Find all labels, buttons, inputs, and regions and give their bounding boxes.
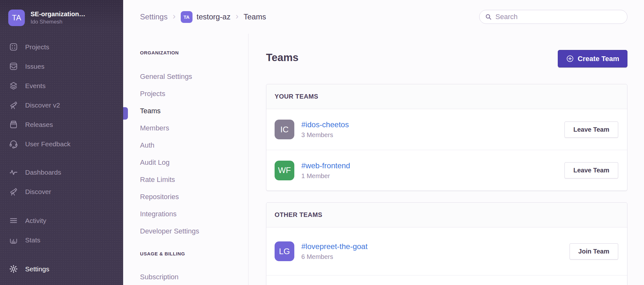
create-team-label: Create Team: [578, 55, 619, 63]
settings-nav-item-subscription[interactable]: Subscription: [140, 268, 248, 285]
sidebar-item-settings[interactable]: Settings: [0, 259, 123, 279]
sidebar-group-divider: [0, 201, 123, 211]
active-nav-indicator: [123, 107, 128, 120]
settings-nav-item-developer-settings[interactable]: Developer Settings: [140, 223, 248, 240]
settings-nav-item-auth[interactable]: Auth: [140, 137, 248, 154]
your-teams-panel: YOUR TEAMS IC #idos-cheetos 3 Members Le…: [266, 84, 627, 191]
search-icon: [485, 13, 492, 21]
settings-nav-heading-usage-billing: USAGE & BILLING: [140, 250, 248, 257]
events-icon: [9, 81, 18, 91]
content-area: Settings › TA testorg-az › Teams ORGANIZ…: [123, 0, 644, 285]
plus-circle-icon: [566, 55, 574, 63]
org-user-name: Ido Shemesh: [31, 19, 85, 25]
telescope-icon: [9, 187, 18, 197]
org-badge: TA: [181, 11, 192, 23]
settings-nav-item-general-settings[interactable]: General Settings: [140, 68, 248, 85]
settings-nav-item-integrations[interactable]: Integrations: [140, 205, 248, 223]
breadcrumb-settings-link[interactable]: Settings: [140, 12, 168, 21]
team-name-link[interactable]: #web-frontend: [301, 161, 564, 170]
headset-icon: [9, 139, 18, 149]
settings-nav-list: General Settings Projects Teams Members …: [140, 68, 248, 240]
team-info: #web-frontend 1 Member: [301, 161, 564, 180]
settings-nav-item-projects[interactable]: Projects: [140, 85, 248, 102]
settings-nav-item-audit-log[interactable]: Audit Log: [140, 154, 248, 171]
team-name-link[interactable]: #idos-cheetos: [301, 120, 564, 129]
search-box[interactable]: [479, 10, 627, 24]
breadcrumb-org-label: testorg-az: [197, 12, 231, 21]
other-teams-panel: OTHER TEAMS LG #lovepreet-the-goat 6 Mem…: [266, 202, 627, 285]
leave-team-button[interactable]: Leave Team: [564, 162, 618, 178]
settings-nav-item-members[interactable]: Members: [140, 120, 248, 137]
sidebar-item-dashboards[interactable]: Dashboards: [0, 163, 123, 182]
team-info: #lovepreet-the-goat 6 Members: [301, 242, 570, 261]
issues-icon: [9, 62, 18, 71]
sidebar-item-events[interactable]: Events: [0, 76, 123, 95]
create-team-button[interactable]: Create Team: [558, 50, 627, 67]
team-row: LG #lovepreet-the-goat 6 Members Join Te…: [266, 227, 627, 275]
sidebar-group-divider: [0, 154, 123, 163]
team-row: WF #web-frontend 1 Member Leave Team: [266, 150, 627, 191]
sidebar-item-label: User Feedback: [25, 140, 70, 148]
sidebar-item-label: Discover v2: [25, 101, 60, 109]
join-team-button[interactable]: Join Team: [570, 243, 618, 260]
team-info: #idos-cheetos 3 Members: [301, 120, 564, 139]
sidebar-item-releases[interactable]: Releases: [0, 115, 123, 134]
list-icon: [9, 216, 18, 226]
top-header: Settings › TA testorg-az › Teams: [123, 0, 644, 34]
sidebar-item-label: Discover: [25, 188, 51, 196]
sidebar-item-label: Stats: [25, 236, 40, 244]
settings-nav-item-rate-limits[interactable]: Rate Limits: [140, 171, 248, 188]
search-input[interactable]: [495, 13, 622, 21]
team-name-link[interactable]: #lovepreet-the-goat: [301, 242, 570, 251]
sidebar-item-projects[interactable]: Projects: [0, 37, 123, 57]
leave-team-button[interactable]: Leave Team: [564, 122, 618, 138]
releases-icon: [9, 120, 18, 129]
main-panel: Teams Create Team YOUR TEAMS IC #idos-ch…: [248, 34, 644, 285]
telescope-icon: [9, 101, 18, 110]
settings-nav-item-teams[interactable]: Teams: [140, 102, 248, 120]
app-window: TA SE-organization… Ido Shemesh Projects…: [0, 0, 644, 285]
sidebar: TA SE-organization… Ido Shemesh Projects…: [0, 0, 123, 285]
settings-nav: ORGANIZATION General Settings Projects T…: [123, 34, 248, 285]
sidebar-item-activity[interactable]: Activity: [0, 211, 123, 230]
sidebar-item-label: Releases: [25, 121, 53, 129]
bar-chart-icon: [9, 235, 18, 245]
team-member-count: 3 Members: [301, 131, 564, 139]
sidebar-item-label: Projects: [25, 43, 49, 51]
breadcrumb: Settings › TA testorg-az › Teams: [140, 11, 266, 23]
sidebar-item-stats[interactable]: Stats: [0, 230, 123, 250]
org-avatar[interactable]: TA: [8, 10, 25, 26]
sidebar-item-issues[interactable]: Issues: [0, 57, 123, 76]
sidebar-item-label: Issues: [25, 63, 45, 70]
sidebar-item-user-feedback[interactable]: User Feedback: [0, 134, 123, 154]
settings-nav-list: Subscription: [140, 268, 248, 285]
breadcrumb-org-link[interactable]: TA testorg-az: [181, 11, 231, 23]
org-name: SE-organization…: [31, 10, 85, 18]
team-row: IC #idos-cheetos 3 Members Leave Team: [266, 109, 627, 150]
org-switcher[interactable]: TA SE-organization… Ido Shemesh: [0, 0, 123, 26]
sidebar-nav: Projects Issues Events Discover v2 Relea…: [0, 37, 123, 250]
settings-nav-item-repositories[interactable]: Repositories: [140, 188, 248, 205]
team-avatar: IC: [275, 120, 294, 139]
pulse-icon: [9, 168, 18, 177]
gear-icon: [9, 264, 18, 274]
projects-icon: [9, 42, 18, 52]
sidebar-item-label: Events: [25, 82, 46, 90]
sidebar-item-label: Activity: [25, 217, 46, 225]
your-teams-heading: YOUR TEAMS: [266, 84, 627, 109]
other-teams-heading: OTHER TEAMS: [266, 203, 627, 227]
team-avatar: LG: [275, 241, 294, 261]
org-meta: SE-organization… Ido Shemesh: [31, 10, 85, 25]
sidebar-item-discover[interactable]: Discover: [0, 182, 123, 201]
settings-nav-heading-organization: ORGANIZATION: [140, 49, 248, 56]
team-row-partial: [266, 275, 627, 285]
chevron-right-icon: ›: [173, 12, 176, 22]
sidebar-item-label: Settings: [25, 265, 49, 273]
team-avatar: WF: [275, 161, 294, 180]
chevron-right-icon: ›: [235, 12, 238, 22]
breadcrumb-current-page: Teams: [243, 12, 266, 21]
sidebar-item-label: Dashboards: [25, 169, 61, 176]
sidebar-item-discover-v2[interactable]: Discover v2: [0, 95, 123, 115]
team-member-count: 6 Members: [301, 253, 570, 261]
team-member-count: 1 Member: [301, 172, 564, 180]
